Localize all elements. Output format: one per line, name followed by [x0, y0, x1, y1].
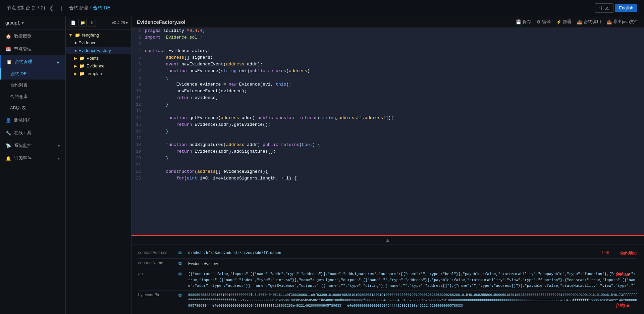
separator: | — [61, 5, 62, 11]
breadcrumb-sep: / — [90, 5, 91, 11]
bottom-outer: ▲ contractAddress ⧉ 0x8d6327bf7253e87add… — [131, 235, 644, 314]
folder-label-template: template — [87, 71, 103, 76]
line-num-15: 15 — [131, 122, 145, 127]
folder-points[interactable]: ▶ 📁 Points — [66, 54, 131, 62]
top-bar-left: 节点控制台 (2.7.2) ❮ | 合约管理 / 合约IDE — [7, 4, 110, 12]
contract-address-note[interactable]: 注册 — [602, 250, 609, 255]
collapse-arrow[interactable]: ❮ — [49, 4, 54, 12]
sidebar-nav: 🏠 数据概览 📅 节点管理 📋 合约管理 ▲ 合约IDE 合约列表 合约仓库 — [0, 30, 65, 314]
action-save-btn[interactable]: 💾 保存 — [516, 19, 531, 25]
folder-evidence[interactable]: ▶ 📁 Evidence — [66, 62, 131, 70]
sidebar-item-test-user[interactable]: 👤 测试用户 — [0, 114, 65, 126]
sidebar-group[interactable]: group1 ▾ — [0, 16, 65, 30]
sidebar-label-system-monitor: 系统监控 — [14, 143, 32, 149]
breadcrumb-contract-ide[interactable]: 合约IDE — [93, 5, 110, 11]
export-icon: 📥 — [606, 19, 612, 24]
file-icon-evidence: ■ — [74, 41, 76, 45]
lang-en-btn[interactable]: English — [615, 4, 637, 12]
sidebar-item-abi-list[interactable]: ABI列表 — [0, 102, 65, 114]
line-content-9: Evidence evidence = new Evidence(evi, th… — [145, 82, 644, 87]
file-label-evidence-factory: EvidenceFactory — [78, 48, 111, 53]
code-line-13: 13 — [131, 108, 644, 115]
code-line-8: 8 { — [131, 75, 644, 82]
line-num-4: 4 — [131, 48, 145, 53]
abi-copy-icon[interactable]: ⧉ — [178, 271, 181, 277]
action-compile-btn[interactable]: ⚙ 编译 — [537, 19, 551, 25]
line-content-2: import "Evidence.sol"; — [145, 35, 644, 40]
new-folder-btn[interactable]: 📁 — [78, 19, 87, 27]
line-num-22: 22 — [131, 169, 145, 174]
contract-address-copy-icon[interactable]: ⧉ — [178, 250, 181, 256]
folder-template[interactable]: ▶ 📁 template — [66, 70, 131, 77]
bottom-panel: ▲ contractAddress ⧉ 0x8d6327bf7253e87add… — [131, 235, 644, 314]
folder-label-points: Points — [87, 56, 99, 61]
sidebar-item-data-overview[interactable]: 🏠 数据概览 — [0, 30, 65, 43]
file-panel: 📄 📁 ⬆ v0.4.25 ▾ ▼ 📁 fengfeng ■ Evidence … — [66, 16, 131, 314]
line-num-7: 7 — [131, 68, 145, 73]
version-selector[interactable]: v0.4.25 ▾ — [112, 20, 128, 25]
action-call-btn[interactable]: 📤 合约调用 — [577, 19, 601, 25]
folder-arrow-fengfeng: ▼ — [68, 33, 73, 38]
code-line-14: 14 function getEvidence(address addr) pu… — [131, 115, 644, 122]
sidebar-label-abi-list: ABI列表 — [10, 105, 26, 110]
call-icon: 📤 — [577, 19, 582, 24]
group-arrow: ▾ — [21, 20, 24, 25]
export-label: 导出java文件 — [613, 19, 639, 25]
sidebar-item-subscribe-event[interactable]: 🔔 订阅事件 ▾ — [0, 152, 65, 165]
bytecode-bin-copy-icon[interactable]: ⧉ — [178, 293, 181, 298]
folder-arrow-template: ▶ — [74, 71, 77, 76]
action-export-btn[interactable]: 📥 导出java文件 — [606, 19, 639, 25]
contract-expand-arrow: ▲ — [56, 59, 60, 64]
code-line-18: 18 function addSignatures(address addr) … — [131, 142, 644, 149]
sidebar-item-node-mgmt[interactable]: 📅 节点管理 — [0, 43, 65, 55]
sidebar-label-contract-list: 合约列表 — [10, 83, 28, 88]
action-deploy-btn[interactable]: ⚡ 部署 — [556, 19, 572, 25]
save-icon: 💾 — [516, 19, 521, 24]
sidebar-item-contract-list[interactable]: 合约列表 — [0, 80, 65, 91]
sidebar-item-contract-mgmt[interactable]: 📋 合约管理 ▲ — [0, 55, 65, 68]
folder-fengfeng[interactable]: ▼ 📁 fengfeng — [66, 31, 131, 39]
file-evidence[interactable]: ■ Evidence — [66, 39, 131, 47]
sidebar-label-contract-ide: 合约IDE — [11, 71, 27, 76]
code-line-5: 5 address[] signers; — [131, 55, 644, 61]
code-line-1: 1 pragma solidity ^0.4.4; — [131, 28, 644, 35]
code-line-2: 2 import "Evidence.sol"; — [131, 35, 644, 41]
upload-btn[interactable]: ⬆ — [88, 19, 96, 27]
code-line-19: 19 return Evidence(addr).addSignatures()… — [131, 149, 644, 155]
user-icon: 👤 — [5, 118, 11, 123]
line-num-20: 20 — [131, 156, 145, 161]
new-file-btn[interactable]: 📄 — [69, 19, 77, 27]
lang-zh-btn[interactable]: 中 文 — [595, 3, 614, 13]
sidebar-label-contract-mgmt: 合约管理 — [15, 59, 32, 65]
breadcrumb-contract-mgmt[interactable]: 合约管理 — [69, 5, 88, 11]
contract-name-label: contractName — [138, 261, 172, 265]
sidebar-item-contract-ide[interactable]: 合约IDE — [0, 68, 65, 80]
line-content-12: } — [145, 102, 644, 107]
folder-arrow-points: ▶ — [74, 56, 77, 61]
line-content-16: } — [145, 129, 644, 134]
code-editor[interactable]: 1 pragma solidity ^0.4.4; 2 import "Evid… — [131, 28, 644, 235]
sidebar-item-system-monitor[interactable]: 📡 系统监控 ▾ — [0, 139, 65, 152]
contract-name-copy-icon[interactable]: ⧉ — [178, 261, 181, 266]
file-evidence-factory[interactable]: ■ EvidenceFactory — [66, 47, 131, 54]
line-content-14: function getEvidence(address addr) publi… — [145, 115, 644, 120]
tools-icon: 🔧 — [5, 130, 11, 136]
version-arrow: ▾ — [126, 20, 128, 25]
subscribe-expand-arrow: ▾ — [58, 156, 60, 161]
line-num-18: 18 — [131, 142, 145, 147]
folder-icon-points: 📁 — [79, 56, 85, 61]
line-num-12: 12 — [131, 102, 145, 107]
sidebar: group1 ▾ 🏠 数据概览 📅 节点管理 📋 合约管理 ▲ 合约IDE — [0, 16, 66, 314]
bottom-toggle-btn[interactable]: ▲ — [131, 236, 644, 245]
line-num-1: 1 — [131, 28, 145, 33]
sidebar-label-online-tools: 在线工具 — [14, 130, 32, 136]
line-content-1: pragma solidity ^0.4.4; — [145, 28, 644, 33]
code-line-3: 3 — [131, 41, 644, 48]
line-num-9: 9 — [131, 82, 145, 87]
contract-address-value: 0x8d6327bf7253e87add9d17212cc76dd7ff1d38… — [188, 250, 594, 256]
sidebar-item-contract-repo[interactable]: 合约仓库 — [0, 91, 65, 102]
save-label: 保存 — [523, 19, 531, 25]
sidebar-item-online-tools[interactable]: 🔧 在线工具 — [0, 126, 65, 139]
monitor-icon: 📡 — [5, 143, 11, 148]
editor-content: 1 pragma solidity ^0.4.4; 2 import "Evid… — [131, 28, 644, 314]
